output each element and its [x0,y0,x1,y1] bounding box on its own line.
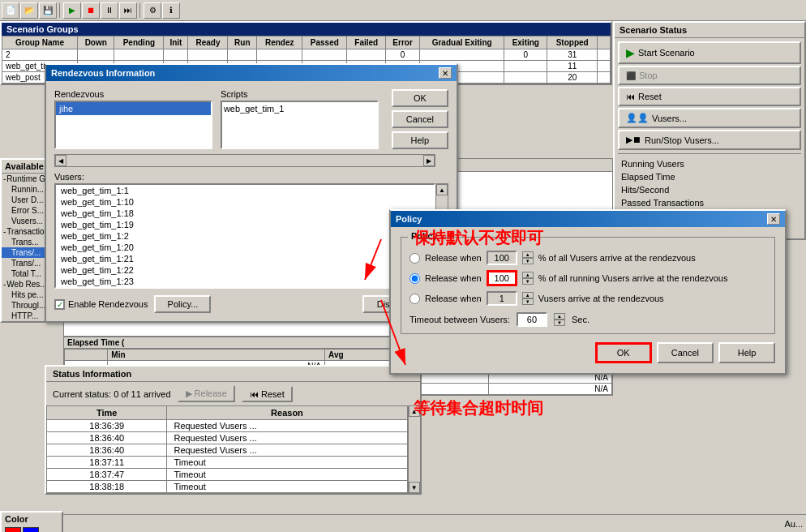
col-error: Error [386,36,420,49]
radio3-up[interactable]: ▲ [522,292,534,298]
minus-icon: - [3,174,6,183]
reset-icon: ⏮ [626,92,635,101]
rdv-close-button[interactable]: ✕ [439,67,452,79]
vuser-item-7[interactable]: web_get_tim_1:21 [56,253,434,264]
row3-expand [598,72,611,84]
rdv-item-jihe[interactable]: jihe [56,102,211,115]
radio-row-1: Release when ▲ ▼ % of all Vusers arrive … [409,251,766,265]
rdv-scripts-list[interactable]: web_get_tim_1 [221,101,379,149]
toolbar-file-btn[interactable]: 📄 [2,2,19,19]
vusers-button[interactable]: 👤👤 Vusers... [618,108,801,128]
vuser-item-10[interactable]: web_get_tim_1:24 [56,287,434,289]
rdv-cancel-button[interactable]: Cancel [392,110,448,128]
rdv-scrollbar-row: ◀ ▶ [54,154,448,167]
toolbar-pause-btn[interactable]: ⏸ [101,2,118,19]
vuser-item-6[interactable]: web_get_tim_1:20 [56,242,434,253]
toolbar-settings-btn[interactable]: ⚙ [144,2,161,19]
vuser-item-2[interactable]: web_get_tim_1:10 [56,196,434,208]
vuser-item-4[interactable]: web_get_tim_1:19 [56,219,434,230]
table-row[interactable]: 2 0 0 31 [2,49,611,61]
scroll-right-btn[interactable]: ▶ [423,155,435,166]
status-current-row: Current status: 0 of 11 arrived ▶ Releas… [46,382,420,405]
timeout-unit: Sec. [572,315,589,324]
runstop-vusers-button[interactable]: ▶⏹ Run/Stop Vusers... [618,130,801,150]
vuser-item-8[interactable]: web_get_tim_1:22 [56,264,434,276]
passed-transactions-item[interactable]: Passed Transactions [618,196,801,209]
timeout-input[interactable] [517,312,547,327]
running-vusers-item[interactable]: Running Vusers [618,157,801,170]
radio2-label: Release when [425,273,482,283]
radio-all-vusers[interactable] [409,253,420,264]
policy-ok-button[interactable]: OK [595,342,652,363]
rdv-rendezvous-col: Rendezvous jihe [54,89,212,149]
vuser-item-9[interactable]: web_get_tim_1:23 [56,276,434,287]
checkbox-enabled[interactable]: ✓ [54,299,65,310]
radio1-input[interactable] [487,251,517,265]
rdv-buttons-col: OK Cancel Help [387,89,448,149]
toolbar-save-btn[interactable]: 💾 [39,2,57,19]
release-button[interactable]: ▶ Release [178,385,235,402]
radio3-input[interactable] [487,291,517,306]
rdv-hscrollbar[interactable]: ◀ ▶ [54,154,435,167]
timeout-row: Timeout between Vusers: ▲ ▼ Sec. [409,312,766,327]
hits-second-item[interactable]: Hits/Second [618,183,801,196]
radio2-input[interactable] [487,270,517,286]
row1-rendez [257,49,302,61]
col-down: Down [78,36,114,49]
radio2-down[interactable]: ▼ [522,278,534,285]
start-scenario-button[interactable]: ▶ Start Scenario [618,41,801,64]
row2-exiting [504,61,547,72]
status-vscrollbar[interactable]: ▲ ▼ [408,405,421,493]
toolbar-info-btn[interactable]: ℹ [162,2,180,19]
rdv-vusers-list[interactable]: web_get_tim_1:1 web_get_tim_1:10 web_get… [54,183,435,289]
policy-help-button[interactable]: Help [718,342,775,363]
toolbar-open-btn[interactable]: 📂 [20,2,38,19]
stop-button[interactable]: ⬛ Stop [618,66,801,85]
radio3-down[interactable]: ▼ [522,298,534,305]
rdv-rendezvous-list[interactable]: jihe [54,101,212,149]
vuser-item-1[interactable]: web_get_tim_1:1 [56,185,434,196]
policy-button[interactable]: Policy... [154,295,211,313]
radio1-up[interactable]: ▲ [522,251,534,258]
policy-dialog: Policy ✕ Policy Release when ▲ ▼ [389,209,787,375]
status-r2-reason: Requested Vusers ... [167,432,407,444]
vuser-item-3[interactable]: web_get_tim_1:18 [56,208,434,219]
timeout-spinner: ▲ ▼ [554,313,565,326]
status-r2-time: 18:36:40 [47,432,167,444]
status-r5-reason: Timeout [167,469,407,481]
radio-running-vusers[interactable] [409,273,420,284]
rdv-scripts-col: Scripts web_get_tim_1 [221,89,379,149]
status-scroll-up[interactable]: ▲ [409,405,420,417]
col-group-name: Group Name [2,36,78,49]
rdv-ok-button[interactable]: OK [392,89,448,107]
status-table-container: Time Reason 18:36:39 Requested Vusers ..… [46,405,420,493]
col-passed: Passed [302,36,347,49]
toolbar-stop-btn[interactable]: ⏹ [82,2,100,19]
policy-titlebar: Policy ✕ [391,211,785,227]
status-row-1: 18:36:39 Requested Vusers ... [47,420,408,432]
policy-close-button[interactable]: ✕ [767,213,780,225]
status-scroll-down[interactable]: ▼ [409,482,420,493]
row1-error: 0 [386,49,420,61]
reset-status-button[interactable]: ⏮ Reset [242,386,293,402]
radio1-down[interactable]: ▼ [522,258,534,264]
elapsed-time-item[interactable]: Elapsed Time [618,170,801,183]
radio-count-vusers[interactable] [409,294,420,304]
policy-cancel-button[interactable]: Cancel [657,342,714,363]
timeout-up[interactable]: ▲ [554,313,565,320]
scroll-left-btn[interactable]: ◀ [55,155,66,166]
reset-button[interactable]: ⏮ Reset [618,87,801,106]
radio2-up[interactable]: ▲ [522,272,534,278]
rdv-vusers-label: Vusers: [54,172,448,182]
rdv-help-button[interactable]: Help [392,131,448,149]
toolbar-run-btn[interactable]: ▶ [63,2,81,19]
vuser-item-5[interactable]: web_get_tim_1:2 [56,230,434,242]
timeout-down[interactable]: ▼ [554,320,565,326]
row3-stopped: 20 [547,72,598,84]
status-bar: Au... [0,514,806,532]
vscroll-up-btn[interactable]: ▲ [436,184,448,195]
row1-pending [114,49,164,61]
toolbar-step-btn[interactable]: ⏭ [119,2,137,19]
enable-rdv-btn[interactable]: ✓ Enable Rendezvous [54,299,148,310]
col-ready: Ready [188,36,228,49]
